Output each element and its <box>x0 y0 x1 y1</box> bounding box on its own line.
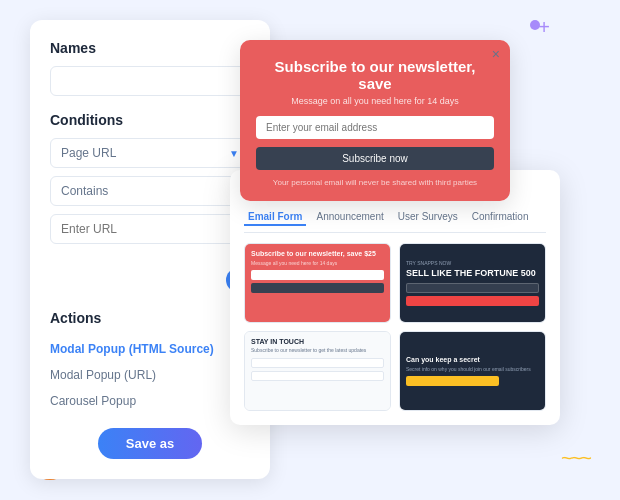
template-thumb-light[interactable]: STAY IN TOUCH Subscribe to our newslette… <box>244 331 391 411</box>
deco-wave-icon: ~~~ <box>561 447 590 470</box>
newsletter-card: × Subscribe to our newsletter, save Mess… <box>240 40 510 201</box>
deco-plus-icon: + <box>538 16 550 39</box>
tab-confirmation[interactable]: Confirmation <box>468 209 533 226</box>
conditions-label: Conditions <box>50 112 250 128</box>
tmpl-secret-button <box>406 376 499 386</box>
tab-announcement[interactable]: Announcement <box>312 209 387 226</box>
newsletter-subscribe-button[interactable]: Subscribe now <box>256 147 494 170</box>
newsletter-content: Subscribe to our newsletter, save Messag… <box>240 40 510 201</box>
deco-dot-purple <box>530 20 540 30</box>
tmpl-dark-badge: TRY SNAPPS NOW <box>406 260 539 266</box>
newsletter-subtitle: Message on all you need here for 14 days <box>256 96 494 106</box>
template-tabs: Email Form Announcement User Surveys Con… <box>244 209 546 233</box>
save-button[interactable]: Save as <box>98 428 202 459</box>
tmpl-light-input-2 <box>251 371 384 381</box>
action-modal-html[interactable]: Modal Popup (HTML Source) <box>50 336 250 362</box>
template-grid: Subscribe to our newsletter, save $25 Me… <box>244 243 546 411</box>
tmpl-red-subtitle: Message all you need here for 14 days <box>251 260 384 266</box>
tab-user-surveys[interactable]: User Surveys <box>394 209 462 226</box>
chevron-down-icon: ▼ <box>229 148 239 159</box>
action-modal-url[interactable]: Modal Popup (URL) <box>50 362 250 388</box>
contains-dropdown[interactable]: Contains ▼ <box>50 176 250 206</box>
page-url-dropdown[interactable]: Page URL ▼ <box>50 138 250 168</box>
template-picker-card: Pick a Template Email Form Announcement … <box>230 170 560 425</box>
tmpl-secret-subtitle: Secret info on why you should join our e… <box>406 366 539 372</box>
name-input[interactable] <box>50 66 250 96</box>
newsletter-email-input[interactable] <box>256 116 494 139</box>
template-thumb-red[interactable]: Subscribe to our newsletter, save $25 Me… <box>244 243 391 323</box>
tmpl-red-button <box>251 283 384 293</box>
actions-section: Actions Modal Popup (HTML Source) Modal … <box>50 310 250 414</box>
tmpl-light-subtitle: Subscribe to our newsletter to get the l… <box>251 347 384 353</box>
template-thumb-dark[interactable]: TRY SNAPPS NOW SELL LIKE THE FORTUNE 500 <box>399 243 546 323</box>
tmpl-red-title: Subscribe to our newsletter, save $25 <box>251 250 384 257</box>
actions-label: Actions <box>50 310 250 326</box>
url-input[interactable] <box>50 214 250 244</box>
action-carousel[interactable]: Carousel Popup <box>50 388 250 414</box>
names-label: Names <box>50 40 250 56</box>
tmpl-dark-button <box>406 296 539 306</box>
tmpl-light-input-1 <box>251 358 384 368</box>
tmpl-red-input <box>251 270 384 280</box>
close-button[interactable]: × <box>492 46 500 62</box>
tmpl-dark-input <box>406 283 539 293</box>
tab-email-form[interactable]: Email Form <box>244 209 306 226</box>
tmpl-light-heading: STAY IN TOUCH <box>251 338 384 345</box>
tmpl-dark-heading: SELL LIKE THE FORTUNE 500 <box>406 268 539 279</box>
newsletter-privacy-text: Your personal email will never be shared… <box>256 178 494 187</box>
newsletter-title: Subscribe to our newsletter, save <box>256 58 494 92</box>
tmpl-secret-question: Can you keep a secret <box>406 356 539 363</box>
template-thumb-secret[interactable]: Can you keep a secret Secret info on why… <box>399 331 546 411</box>
